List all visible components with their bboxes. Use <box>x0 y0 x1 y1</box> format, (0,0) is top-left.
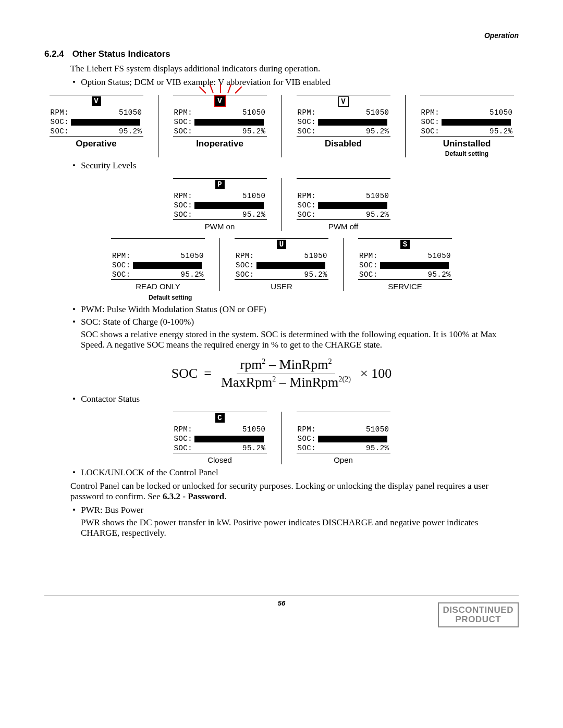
lcd-display: V RPM:51050 SOC: SOC:95.2% <box>173 95 267 137</box>
soc-formula: SOC = rpm2 – MinRpm2 MaxRpm2 – MinRpm2(2… <box>44 357 519 390</box>
soc-label-2: SOC: <box>51 127 69 135</box>
caption-user: USER <box>271 282 292 291</box>
caption-readonly: READ ONLY <box>136 282 180 291</box>
badge-v-flash-icon: V <box>215 96 225 106</box>
panel-readonly: RPM:51050 SOC: SOC:95.2% READ ONLY <box>111 238 205 291</box>
badge-p-icon: P <box>215 180 225 189</box>
page-footer: 56 DISCONTINUED PRODUCT <box>44 596 519 607</box>
lock-text: Control Panel can be locked or unlocked … <box>70 481 519 502</box>
bullet-pwm: PWM: Pulse Width Modulation Status (ON o… <box>81 304 519 315</box>
caption-pwm-on: PWM on <box>205 222 235 231</box>
formula-lhs: SOC <box>172 366 198 381</box>
panel-pwm-on: P RPM:51050 SOC: SOC:95.2% PWM on <box>173 178 267 231</box>
panel-pwm-off: RPM:51050 SOC: SOC:95.2% PWM off <box>297 178 390 231</box>
formula-numerator: rpm2 – MinRpm2 <box>237 357 335 374</box>
intro-text: The Liebert FS system displays additiona… <box>70 64 519 74</box>
lcd-display: V RPM:51050 SOC: SOC:95.2% <box>50 95 143 137</box>
contactor-row: C RPM:51050 SOC: SOC:95.2% Closed RPM:51… <box>44 412 519 464</box>
lock-reference: 6.3.2 - Password <box>163 491 224 501</box>
badge-v-outline-icon: V <box>338 96 349 107</box>
section-heading: 6.2.4Other Status Indicators <box>44 49 519 59</box>
caption-open: Open <box>334 455 353 464</box>
badge-s-icon: S <box>400 240 410 249</box>
formula-tail: × 100 <box>360 366 391 381</box>
security-top-row: P RPM:51050 SOC: SOC:95.2% PWM on RPM:51… <box>44 178 519 231</box>
formula-denominator: MaxRpm2 – MinRpm2(2) <box>218 374 354 390</box>
caption-disabled: Disabled <box>325 139 362 149</box>
soc-description: SOC shows a relative energy stored in th… <box>81 329 519 350</box>
bullet-soc-label: SOC: State of Charge (0-100%) <box>81 317 519 327</box>
lcd-display: RPM:51050 SOC: SOC:95.2% <box>420 95 514 137</box>
badge-c-icon: C <box>215 413 225 423</box>
bullet-pwr: PWR: Bus Power <box>81 505 519 515</box>
soc-bar <box>71 119 140 126</box>
panel-service: S RPM:51050 SOC: SOC:95.2% SERVICE <box>358 238 452 291</box>
panel-uninstalled: RPM:51050 SOC: SOC:95.2% Uninstalled Def… <box>420 95 514 157</box>
caption-service: SERVICE <box>388 282 422 291</box>
panel-contactor-closed: C RPM:51050 SOC: SOC:95.2% Closed <box>173 412 267 464</box>
bullet-security-levels: Security Levels <box>81 161 519 171</box>
lcd-display: V RPM:51050 SOC: SOC:95.2% <box>297 95 390 137</box>
security-bottom-row: RPM:51050 SOC: SOC:95.2% READ ONLY U RPM… <box>44 238 519 291</box>
soc-label: SOC: <box>51 118 69 126</box>
section-number: 6.2.4 <box>44 49 64 59</box>
bullet-option-status: Option Status; DCM or VIB example: V abb… <box>81 77 519 88</box>
badge-v-icon: V <box>92 96 101 106</box>
subcaption-default: Default setting <box>445 150 488 157</box>
panel-disabled: V RPM:51050 SOC: SOC:95.2% Disabled <box>297 95 390 157</box>
section-title: Other Status Indicators <box>72 49 170 59</box>
page-header-section: Operation <box>44 31 519 40</box>
rpm-value: 51050 <box>119 108 142 117</box>
caption-inoperative: Inoperative <box>196 139 243 149</box>
caption-operative: Operative <box>76 139 116 149</box>
option-status-row: V RPM:51050 SOC: SOC:95.2% Operative V R… <box>44 95 519 157</box>
badge-u-icon: U <box>277 240 286 249</box>
pwr-text: PWR shows the DC power transfer in kW. P… <box>81 517 519 538</box>
separator <box>158 95 158 157</box>
caption-closed: Closed <box>207 455 232 464</box>
discontinued-stamp: DISCONTINUED PRODUCT <box>438 602 519 627</box>
separator <box>282 95 282 157</box>
soc-value: 95.2% <box>119 127 142 135</box>
formula-eq: = <box>204 366 212 381</box>
panel-contactor-open: RPM:51050 SOC: SOC:95.2% Open <box>297 412 390 464</box>
panel-inoperative: V RPM:51050 SOC: SOC:95.2% Inoperative <box>173 95 267 157</box>
panel-user: U RPM:51050 SOC: SOC:95.2% USER <box>235 238 328 291</box>
rpm-label: RPM: <box>51 108 69 117</box>
formula-fraction: rpm2 – MinRpm2 MaxRpm2 – MinRpm2(2) <box>218 357 354 390</box>
panel-operative: V RPM:51050 SOC: SOC:95.2% Operative <box>50 95 143 157</box>
bullet-contactor: Contactor Status <box>81 394 519 404</box>
default-setting-note: Default setting <box>149 294 519 301</box>
caption-uninstalled: Uninstalled <box>443 139 491 149</box>
bullet-lock: LOCK/UNLOCK of the Control Panel <box>81 467 519 478</box>
caption-pwm-off: PWM off <box>328 222 358 231</box>
separator <box>405 95 406 157</box>
